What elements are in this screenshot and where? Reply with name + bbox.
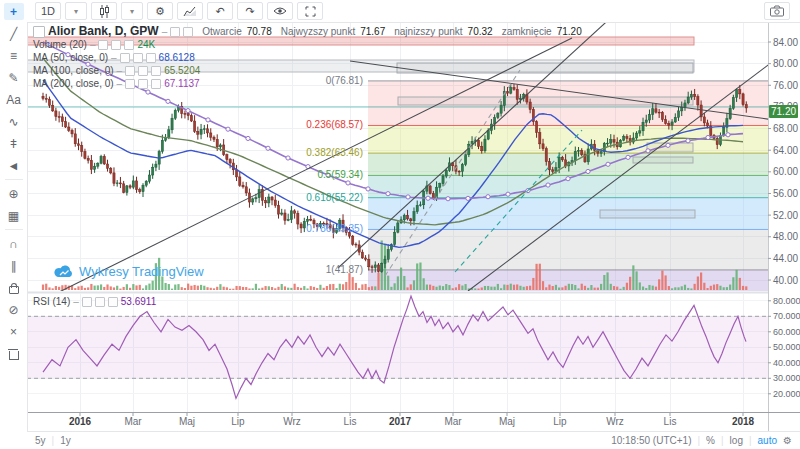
trash-icon[interactable]: [4, 345, 24, 362]
ma100-eye-button[interactable]: [125, 66, 135, 76]
undo-button[interactable]: ↶: [207, 2, 233, 20]
drawing-mode-icon[interactable]: ∥: [4, 257, 24, 274]
rsi-eye-button[interactable]: [82, 297, 92, 307]
percent-scale-button[interactable]: %: [706, 435, 715, 446]
forecast-icon[interactable]: ǂ: [4, 135, 24, 152]
redo-icon: ↷: [245, 5, 254, 18]
brush-icon[interactable]: ✎: [4, 69, 24, 86]
ma50-settings-button[interactable]: [133, 53, 143, 63]
snapshot-button[interactable]: [764, 2, 790, 20]
volume-eye-button[interactable]: [98, 40, 108, 50]
separator: –: [162, 25, 168, 38]
range-5y-button[interactable]: 5y: [35, 435, 46, 446]
trash-shape: [9, 351, 19, 360]
separator: |: [697, 435, 700, 446]
separator: –: [111, 51, 117, 64]
redo-button[interactable]: ↷: [237, 2, 263, 20]
chart-style-dropdown-icon[interactable]: ▾: [121, 2, 143, 20]
ma100-legend-label: MA (100, close, 0): [33, 64, 114, 77]
rsi-legend-label: RSI (14): [33, 295, 70, 308]
text-tool-icon[interactable]: Aa: [4, 91, 24, 108]
separator: –: [117, 77, 123, 90]
crosshair-icon[interactable]: +: [4, 3, 24, 20]
ma50-close-button[interactable]: [146, 53, 156, 63]
legend-row: MA (100, close, 0)–65.5204: [33, 64, 582, 77]
indicators-button[interactable]: [177, 2, 203, 20]
axis-settings-gear-icon[interactable]: ⚙: [783, 435, 792, 446]
rectangle-drawing: [600, 210, 695, 218]
legend-row: MA (50, close, 0)–68.6128: [33, 51, 582, 64]
ma200-marker: [206, 118, 210, 122]
time-axis-label: Lip: [231, 416, 245, 427]
time-axis-label: Lip: [553, 416, 567, 427]
volume-value: 24K: [137, 38, 155, 51]
legend-row: MA (200, close, 0)–67.1137: [33, 77, 582, 90]
measure-icon[interactable]: ▦: [4, 207, 24, 224]
watermark-text: Wykresy TradingView: [79, 264, 204, 279]
time-axis-label: 2016: [69, 416, 92, 427]
toolbar-divider: [5, 229, 23, 230]
separator: |: [721, 435, 724, 446]
interval-button[interactable]: 1D: [35, 2, 61, 20]
tradingview-cloud-icon: [54, 265, 74, 278]
rsi-pane[interactable]: [27, 296, 768, 398]
fib-label: 0.382(63.46): [306, 147, 363, 158]
hide-drawings-button[interactable]: [267, 2, 293, 20]
interval-dropdown-icon[interactable]: ▾: [65, 2, 87, 20]
volume-close-button[interactable]: [124, 40, 134, 50]
range-1y-button[interactable]: 1y: [60, 435, 71, 446]
legend-row: RSI (14)–53.6911: [33, 295, 156, 308]
rsi-settings-button[interactable]: [95, 297, 105, 307]
ma200-marker: [706, 135, 710, 139]
pattern-icon[interactable]: ∿: [4, 113, 24, 130]
separator: |: [749, 435, 752, 446]
ma200-marker: [566, 177, 570, 181]
auto-scale-button[interactable]: auto: [758, 435, 777, 446]
volume-settings-button[interactable]: [111, 40, 121, 50]
magnet-icon[interactable]: ∩: [4, 235, 24, 252]
settings-button[interactable]: ⚙: [147, 2, 173, 20]
fullscreen-button[interactable]: [297, 2, 323, 20]
ma100-close-button[interactable]: [151, 66, 161, 76]
ma200-marker: [246, 136, 250, 140]
tradingview-watermark: Wykresy TradingView: [54, 264, 204, 279]
lock-drawings-icon[interactable]: [4, 279, 24, 296]
remove-drawings-icon[interactable]: ×: [4, 323, 24, 340]
ma50-eye-button[interactable]: [120, 53, 130, 63]
ma200-marker: [446, 197, 450, 201]
gann-fibonacci-icon[interactable]: ≡: [4, 47, 24, 64]
fullscreen-icon: [305, 6, 316, 17]
time-axis-label: 2017: [389, 416, 412, 427]
symbol-title[interactable]: Alior Bank, D, GPW: [48, 25, 159, 38]
chart-style-button[interactable]: [91, 2, 117, 20]
settings-mini-button[interactable]: [183, 27, 193, 37]
zoom-in-icon[interactable]: ⊕: [4, 185, 24, 202]
ma200-marker: [686, 139, 690, 143]
ma200-close-button[interactable]: [151, 79, 161, 89]
ma50-legend-label: MA (50, close, 0): [33, 51, 108, 64]
time-axis-label: Maj: [179, 416, 195, 427]
compare-button[interactable]: [170, 27, 180, 37]
fib-label: 0.5(59.34): [317, 169, 363, 180]
ma100-settings-button[interactable]: [138, 66, 148, 76]
arrow-mark-icon[interactable]: ◄: [4, 157, 24, 174]
ma200-eye-button[interactable]: [125, 79, 135, 89]
time-axis-label: Wrz: [606, 416, 624, 427]
ma200-marker: [506, 192, 510, 196]
trend-line-icon[interactable]: ╱: [4, 25, 24, 42]
price-axis-label: 68.00: [773, 123, 798, 134]
volume-legend-label: Volume (20): [33, 38, 87, 51]
ohlc-value: 70.32: [468, 25, 493, 38]
price-axis-label: 80.00: [773, 58, 798, 69]
log-scale-button[interactable]: log: [730, 435, 743, 446]
rsi-close-button[interactable]: [108, 297, 118, 307]
fib-label: 1(41.87): [326, 264, 363, 275]
clock[interactable]: 10:18:50 (UTC+1): [611, 435, 691, 446]
ma200-settings-button[interactable]: [138, 79, 148, 89]
ma200-marker: [426, 196, 430, 200]
rsi-axis-label: 80.0000: [773, 296, 800, 306]
symbol-menu-icon[interactable]: [33, 26, 45, 38]
hide-drawings-icon[interactable]: ⊘: [4, 301, 24, 318]
legend-row: Volume (20)–24K: [33, 38, 582, 51]
price-axis-label: 60.00: [773, 166, 798, 177]
